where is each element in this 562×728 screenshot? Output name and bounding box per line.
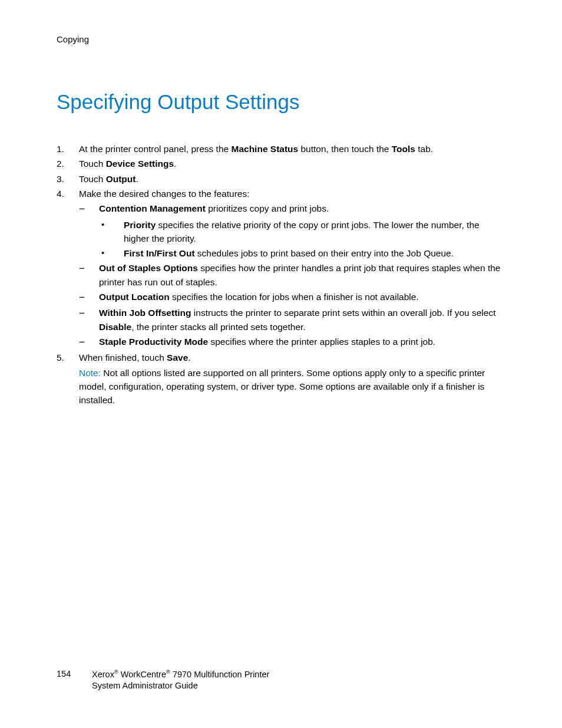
step-number: 1.	[57, 142, 79, 156]
sub-text: Contention Management prioritizes copy a…	[99, 202, 505, 217]
bullet-item: • Priority specifies the relative priori…	[99, 218, 505, 246]
bold-run: Priority	[124, 220, 156, 230]
text-run: .	[188, 353, 190, 363]
bold-run: Save	[167, 353, 188, 363]
dash-marker: −	[79, 202, 99, 217]
bold-run: Within Job Offsetting	[99, 308, 191, 318]
sub-text: Within Job Offsetting instructs the prin…	[99, 306, 505, 334]
bold-run: First In/First Out	[124, 248, 195, 258]
text-run: .	[174, 159, 176, 169]
dash-marker: −	[79, 261, 99, 289]
bullet-item: • First In/First Out schedules jobs to p…	[99, 246, 505, 260]
text-run: When finished, touch	[79, 353, 167, 363]
note-text: Not all options listed are supported on …	[79, 368, 485, 406]
step-number: 2.	[57, 157, 79, 170]
sub-item: − Staple Productivity Mode specifies whe…	[79, 335, 505, 350]
text-run: At the printer control panel, press the	[79, 144, 231, 154]
text-run: Touch	[79, 174, 106, 184]
bold-run: Staple Productivity Mode	[99, 337, 208, 347]
dash-marker: −	[79, 290, 99, 305]
bold-run: Contention Management	[99, 203, 206, 213]
page-header-section: Copying	[57, 34, 505, 44]
step-text: Make the desired changes to the features…	[79, 187, 505, 200]
dash-marker: −	[79, 335, 99, 350]
text-run: Touch	[79, 159, 106, 169]
step-text: When finished, touch Save.	[79, 351, 505, 364]
page-title: Specifying Output Settings	[57, 90, 505, 114]
step-number: 5.	[57, 351, 79, 364]
sub-item: − Within Job Offsetting instructs the pr…	[79, 306, 505, 334]
brand-text: Xerox	[92, 670, 114, 679]
text-run: button, then touch the	[298, 144, 392, 154]
step-number: 3.	[57, 172, 79, 186]
text-run: specifies where the printer applies stap…	[208, 337, 435, 347]
bold-run: Out of Staples Options	[99, 263, 198, 273]
text-run: .	[135, 174, 138, 184]
note-label: Note:	[79, 368, 101, 378]
text-run: prioritizes copy and print jobs.	[206, 203, 329, 213]
step-text: Touch Output.	[79, 172, 505, 186]
text-run: schedules jobs to print based on their e…	[195, 248, 454, 258]
reg-mark: ®	[114, 668, 118, 675]
step-text: Touch Device Settings.	[79, 157, 505, 170]
step-text: At the printer control panel, press the …	[79, 142, 505, 156]
bold-run: Device Settings	[106, 159, 174, 169]
sub-text: Staple Productivity Mode specifies where…	[99, 335, 505, 350]
reg-mark: ®	[166, 668, 170, 675]
content-body: 1. At the printer control panel, press t…	[57, 142, 505, 407]
bullet-text: Priority specifies the relative priority…	[124, 218, 505, 246]
text-run: specifies the relative priority of the c…	[124, 220, 480, 243]
sub-text: Output Location specifies the location f…	[99, 290, 505, 305]
dash-marker: −	[79, 306, 99, 334]
footer-line2: System Administrator Guide	[92, 680, 505, 691]
sub-item: − Contention Management prioritizes copy…	[79, 202, 505, 217]
bold-run: Tools	[392, 144, 415, 154]
bold-run: Disable	[99, 322, 131, 332]
bullet-marker: •	[99, 246, 124, 260]
step-2: 2. Touch Device Settings.	[57, 157, 505, 170]
footer-line1: Xerox® WorkCentre® 7970 Multifunction Pr…	[92, 668, 505, 680]
text-run: specifies the location for jobs when a f…	[170, 292, 419, 302]
page-footer: 154 Xerox® WorkCentre® 7970 Multifunctio…	[57, 668, 505, 691]
step-4: 4. Make the desired changes to the featu…	[57, 187, 505, 200]
step-5: 5. When finished, touch Save.	[57, 351, 505, 364]
brand-text: WorkCentre	[118, 670, 166, 679]
model-text: 7970 Multifunction Printer	[170, 670, 269, 679]
text-run: , the printer stacks all printed sets to…	[131, 322, 306, 332]
sub-item: − Out of Staples Options specifies how t…	[79, 261, 505, 289]
bold-run: Machine Status	[231, 144, 298, 154]
sub-text: Out of Staples Options specifies how the…	[99, 261, 505, 289]
text-run: instructs the printer to separate print …	[191, 308, 496, 318]
sub-item: − Output Location specifies the location…	[79, 290, 505, 305]
step-number: 4.	[57, 187, 79, 200]
step-3: 3. Touch Output.	[57, 172, 505, 186]
bold-run: Output Location	[99, 292, 170, 302]
bullet-text: First In/First Out schedules jobs to pri…	[124, 246, 505, 260]
page-number: 154	[57, 668, 92, 680]
text-run: tab.	[415, 144, 433, 154]
note-block: Note: Not all options listed are support…	[79, 366, 505, 407]
step-1: 1. At the printer control panel, press t…	[57, 142, 505, 156]
bullet-marker: •	[99, 218, 124, 246]
bold-run: Output	[106, 174, 136, 184]
